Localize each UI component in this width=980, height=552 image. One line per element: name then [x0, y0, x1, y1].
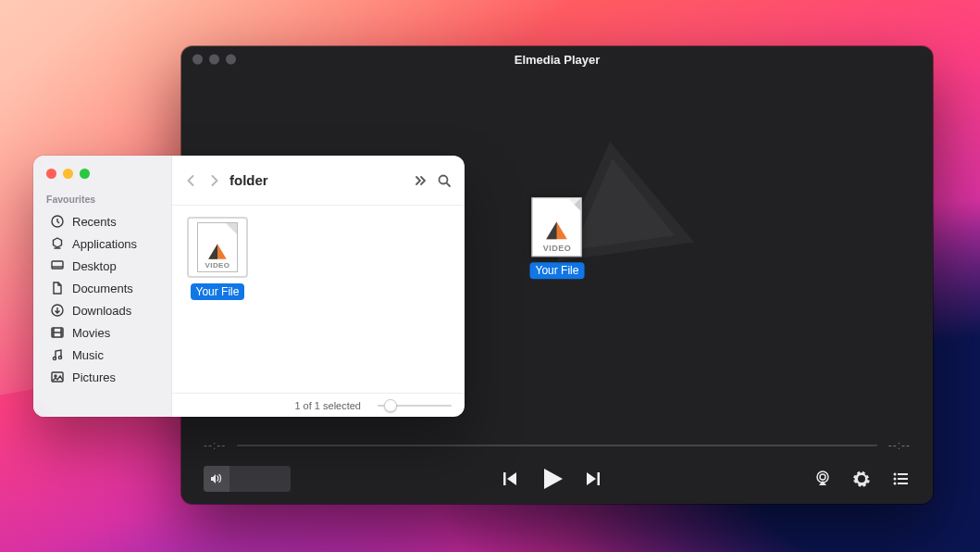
svg-rect-1 — [598, 472, 601, 485]
svg-point-4 — [894, 473, 897, 476]
back-button[interactable] — [185, 173, 197, 188]
sidebar-item-applications[interactable]: Applications — [46, 232, 164, 255]
previous-button[interactable] — [501, 470, 519, 488]
svg-rect-11 — [52, 261, 63, 269]
sidebar-item-movies[interactable]: Movies — [46, 321, 164, 344]
dragged-file-type: VIDEO — [543, 244, 572, 253]
player-close-dot[interactable] — [192, 55, 203, 65]
progress-track[interactable] — [237, 445, 876, 446]
sidebar-item-downloads[interactable]: Downloads — [46, 299, 164, 321]
double-chevron-right-icon — [413, 173, 428, 188]
finder-sidebar: Favourites Recents Applications Desktop … — [33, 156, 172, 417]
applications-icon — [50, 236, 65, 251]
file-thumbnail[interactable]: VIDEO — [187, 217, 248, 278]
sidebar-item-pictures[interactable]: Pictures — [46, 366, 164, 388]
sidebar-item-label: Music — [72, 348, 104, 362]
svg-point-6 — [894, 478, 897, 481]
finder-status-bar: 1 of 1 selected — [172, 393, 465, 417]
desktop-icon — [50, 258, 65, 273]
next-button[interactable] — [584, 470, 602, 488]
player-window-controls[interactable] — [192, 55, 236, 65]
download-icon — [50, 303, 65, 318]
dragged-file-icon: VIDEO — [532, 197, 582, 257]
search-button[interactable] — [437, 173, 452, 188]
svg-rect-7 — [898, 478, 908, 480]
finder-main: folder VIDEO Your File — [172, 156, 465, 417]
selection-count: 1 of 1 selected — [294, 400, 361, 411]
search-icon — [437, 173, 452, 188]
settings-icon[interactable] — [851, 469, 872, 489]
chevron-left-icon — [185, 173, 197, 188]
sidebar-item-label: Downloads — [72, 304, 131, 318]
sidebar-item-documents[interactable]: Documents — [46, 277, 164, 299]
sidebar-item-label: Movies — [72, 326, 110, 340]
elmedia-logo-icon — [205, 241, 229, 261]
sidebar-item-label: Documents — [72, 282, 133, 295]
finder-window-controls[interactable] — [46, 169, 164, 179]
sidebar-section-header: Favourites — [46, 194, 164, 205]
svg-point-3 — [820, 474, 825, 480]
finder-window: Favourites Recents Applications Desktop … — [33, 156, 465, 417]
time-remaining: --:-- — [888, 439, 911, 452]
clock-icon — [50, 214, 65, 229]
time-elapsed: --:-- — [204, 439, 226, 452]
sidebar-item-label: Applications — [72, 237, 137, 251]
svg-rect-0 — [503, 472, 506, 485]
volume-icon[interactable] — [204, 466, 229, 492]
sidebar-item-desktop[interactable]: Desktop — [46, 255, 164, 277]
svg-point-17 — [55, 375, 56, 377]
volume-control[interactable] — [204, 466, 291, 492]
finder-minimize-dot[interactable] — [63, 169, 73, 179]
svg-point-8 — [894, 483, 897, 485]
finder-toolbar: folder — [172, 156, 465, 206]
svg-point-15 — [58, 356, 61, 358]
chevron-right-icon — [208, 173, 220, 188]
finder-close-dot[interactable] — [46, 169, 56, 179]
airplay-icon[interactable] — [813, 469, 833, 489]
player-zoom-dot[interactable] — [226, 55, 236, 65]
file-type-tag: VIDEO — [205, 261, 230, 270]
player-minimize-dot[interactable] — [209, 55, 219, 65]
finder-folder-title: folder — [229, 172, 268, 188]
player-titlebar[interactable]: Elmedia Player — [181, 46, 933, 72]
drop-target-preview: VIDEO Your File — [530, 197, 585, 279]
svg-rect-5 — [898, 473, 908, 475]
sidebar-item-music[interactable]: Music — [46, 344, 164, 366]
sidebar-item-label: Pictures — [72, 370, 116, 384]
player-controls: --:-- --:-- — [181, 420, 933, 504]
toolbar-overflow-button[interactable] — [413, 173, 428, 188]
sidebar-item-label: Desktop — [72, 259, 117, 273]
play-button[interactable] — [538, 465, 565, 493]
file-item[interactable]: VIDEO Your File — [187, 217, 248, 300]
file-name-label[interactable]: Your File — [191, 283, 245, 300]
sidebar-item-recents[interactable]: Recents — [46, 210, 164, 232]
movies-icon — [50, 325, 65, 340]
svg-rect-9 — [898, 483, 908, 484]
svg-point-14 — [53, 357, 56, 359]
finder-content-area[interactable]: VIDEO Your File — [172, 206, 465, 393]
sidebar-item-label: Recents — [72, 215, 117, 229]
forward-button[interactable] — [208, 173, 220, 188]
music-icon — [50, 347, 65, 362]
pictures-icon — [50, 370, 65, 384]
player-title: Elmedia Player — [515, 53, 601, 67]
slider-knob[interactable] — [384, 399, 397, 412]
playlist-icon[interactable] — [890, 469, 911, 489]
icon-size-slider[interactable] — [378, 405, 452, 407]
volume-slider[interactable] — [229, 466, 291, 492]
svg-point-18 — [440, 175, 448, 183]
finder-zoom-dot[interactable] — [80, 169, 90, 179]
document-icon — [50, 281, 65, 295]
